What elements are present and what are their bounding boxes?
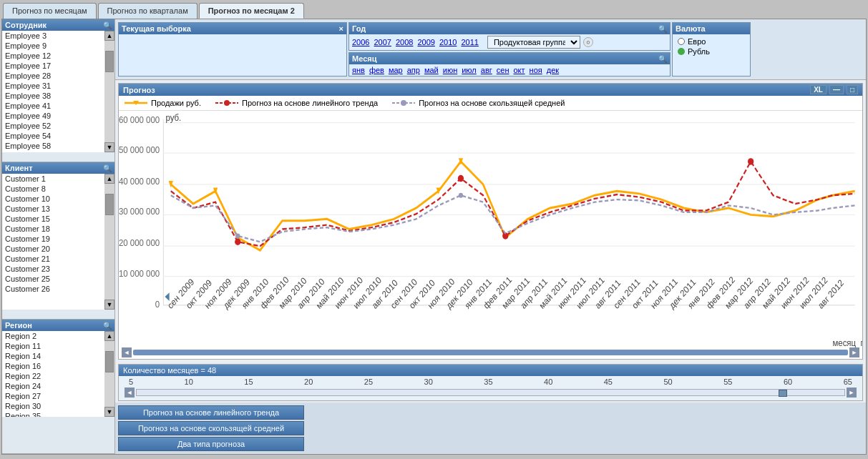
region-item[interactable]: Region 35 xyxy=(2,411,104,417)
region-item[interactable]: Region 16 xyxy=(2,361,104,371)
employees-scrollbar[interactable]: ▲ ▼ xyxy=(104,31,114,152)
left-panel: Сотрудник 🔍 Employee 3Employee 9Employee… xyxy=(2,19,115,454)
svg-point-29 xyxy=(748,158,754,164)
month-item[interactable]: апр xyxy=(407,66,420,74)
client-item[interactable]: Customer 10 xyxy=(2,194,104,204)
employee-item[interactable]: Employee 49 xyxy=(2,111,104,121)
timeline-scroll-right[interactable]: ► xyxy=(847,388,857,398)
month-item[interactable]: май xyxy=(424,66,439,74)
month-item[interactable]: ноя xyxy=(530,66,542,74)
btn-both[interactable]: Два типа прогноза xyxy=(118,437,304,451)
month-item[interactable]: сен xyxy=(497,66,509,74)
god-search-icon[interactable]: 🔍 xyxy=(658,25,667,33)
month-item[interactable]: мар xyxy=(389,66,403,74)
regions-scroll-thumb[interactable] xyxy=(105,351,114,372)
employees-header[interactable]: Сотрудник 🔍 xyxy=(2,19,114,31)
regions-scrollbar[interactable]: ▲ ▼ xyxy=(104,331,114,417)
scale-tick: 50 xyxy=(663,377,672,386)
client-item[interactable]: Customer 23 xyxy=(2,264,104,274)
clients-scroll-thumb[interactable] xyxy=(105,194,114,215)
employee-item[interactable]: Employee 58 xyxy=(2,141,104,151)
month-item[interactable]: авг xyxy=(481,66,492,74)
client-item[interactable]: Customer 25 xyxy=(2,274,104,284)
timeline-handle[interactable] xyxy=(779,390,787,397)
region-item[interactable]: Region 14 xyxy=(2,351,104,361)
chart-scroll-right[interactable]: ► xyxy=(849,347,859,357)
region-item[interactable]: Region 2 xyxy=(2,331,104,341)
employees-scroll-down[interactable]: ▼ xyxy=(104,142,114,152)
year-item[interactable]: 2008 xyxy=(396,38,413,46)
svg-point-3 xyxy=(224,100,230,106)
clients-header[interactable]: Клиент 🔍 xyxy=(2,162,114,174)
valuta-euro[interactable]: Евро xyxy=(675,36,748,46)
region-item[interactable]: Region 30 xyxy=(2,401,104,411)
timeline-track[interactable] xyxy=(136,389,845,396)
employee-item[interactable]: Employee 9 xyxy=(2,41,104,51)
chart-btn-xl[interactable]: XL xyxy=(810,85,826,94)
tab-prognoz-months[interactable]: Прогноз по месяцам xyxy=(3,3,97,19)
client-item[interactable]: Customer 18 xyxy=(2,224,104,234)
employee-item[interactable]: Employee 17 xyxy=(2,61,104,71)
clients-scrollbar[interactable]: ▲ ▼ xyxy=(104,174,114,310)
euro-radio[interactable] xyxy=(678,38,685,45)
employees-scroll-up[interactable]: ▲ xyxy=(104,31,114,41)
produktovaya-select[interactable]: Продуктовая группа xyxy=(487,36,580,49)
employee-item[interactable]: Employee 28 xyxy=(2,71,104,81)
year-item[interactable]: 2006 xyxy=(352,38,369,46)
month-item[interactable]: июн xyxy=(443,66,457,74)
employees-search-icon[interactable]: 🔍 xyxy=(103,21,112,29)
month-item[interactable]: окт xyxy=(513,66,525,74)
employees-scroll-thumb[interactable] xyxy=(105,51,114,72)
month-item[interactable]: янв xyxy=(352,66,365,74)
svg-text:руб.: руб. xyxy=(165,113,181,124)
regions-search-icon[interactable]: 🔍 xyxy=(103,322,112,330)
regions-header[interactable]: Регион 🔍 xyxy=(2,320,114,331)
regions-scroll-up[interactable]: ▲ xyxy=(104,331,114,341)
region-item[interactable]: Region 11 xyxy=(2,341,104,351)
region-item[interactable]: Region 24 xyxy=(2,381,104,391)
scale-tick: 35 xyxy=(484,377,492,386)
region-item[interactable]: Region 22 xyxy=(2,371,104,381)
regions-scroll-down[interactable]: ▼ xyxy=(104,407,114,417)
clients-scroll-down[interactable]: ▼ xyxy=(104,300,114,310)
client-item[interactable]: Customer 26 xyxy=(2,284,104,294)
chart-scroll-thumb[interactable] xyxy=(133,350,848,355)
clients-scroll-up[interactable]: ▲ xyxy=(104,174,114,184)
clients-search-icon[interactable]: 🔍 xyxy=(103,164,112,172)
chart-section: Прогноз XL — □ Продажи руб. xyxy=(118,83,863,360)
valuta-ruble[interactable]: Рубль xyxy=(675,46,748,56)
client-item[interactable]: Customer 19 xyxy=(2,234,104,244)
tab-prognoz-months2[interactable]: Прогноз по месяцам 2 xyxy=(199,3,304,19)
employee-item[interactable]: Employee 31 xyxy=(2,81,104,91)
month-item[interactable]: июл xyxy=(462,66,477,74)
employee-item[interactable]: Employee 54 xyxy=(2,131,104,141)
btn-linear[interactable]: Прогноз на основе линейного тренда xyxy=(118,405,304,420)
tekuschaya-close-icon[interactable]: × xyxy=(339,24,343,33)
year-item[interactable]: 2007 xyxy=(374,38,391,46)
tab-prognoz-quarters[interactable]: Прогноз по кварталам xyxy=(98,3,198,19)
region-item[interactable]: Region 27 xyxy=(2,391,104,401)
client-item[interactable]: Customer 1 xyxy=(2,174,104,184)
client-item[interactable]: Customer 8 xyxy=(2,184,104,194)
chart-scroll-left[interactable]: ◄ xyxy=(122,347,132,357)
employee-item[interactable]: Employee 3 xyxy=(2,31,104,41)
month-item[interactable]: фев xyxy=(369,66,384,74)
client-item[interactable]: Customer 20 xyxy=(2,244,104,254)
year-item[interactable]: 2009 xyxy=(417,38,434,46)
chart-btn-minimize[interactable]: — xyxy=(829,85,844,94)
year-item[interactable]: 2010 xyxy=(439,38,457,46)
client-item[interactable]: Customer 15 xyxy=(2,214,104,224)
client-item[interactable]: Customer 21 xyxy=(2,254,104,264)
month-item[interactable]: дек xyxy=(547,66,559,74)
employee-item[interactable]: Employee 38 xyxy=(2,91,104,101)
month-search-icon[interactable]: 🔍 xyxy=(658,55,667,63)
client-item[interactable]: Customer 13 xyxy=(2,204,104,214)
employee-item[interactable]: Employee 41 xyxy=(2,101,104,111)
timeline-scroll-left[interactable]: ◄ xyxy=(125,388,135,398)
employee-item[interactable]: Employee 52 xyxy=(2,121,104,131)
employee-item[interactable]: Employee 12 xyxy=(2,51,104,61)
year-item[interactable]: 2011 xyxy=(461,38,478,46)
produktovaya-clear-icon[interactable]: ○ xyxy=(583,37,593,47)
btn-moving[interactable]: Прогноз на основе скользящей средней xyxy=(118,421,304,435)
chart-btn-maximize[interactable]: □ xyxy=(847,85,858,94)
